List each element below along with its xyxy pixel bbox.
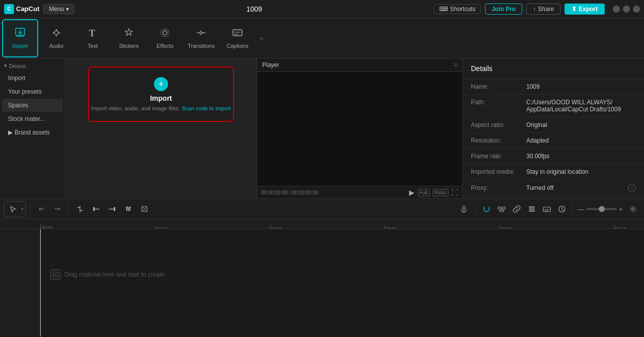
details-row-proxy: Proxy: Turned off i [463, 180, 644, 196]
close-button[interactable] [633, 6, 640, 13]
proxy-info-icon[interactable]: i [628, 184, 636, 192]
svg-rect-19 [529, 207, 535, 208]
toolbar-item-stickers[interactable]: Stickers [111, 19, 147, 57]
left-panel-item-import[interactable]: Import [2, 72, 63, 85]
svg-rect-5 [233, 30, 242, 36]
toolbar-transitions-label: Transitions [188, 43, 214, 49]
minimize-button[interactable] [613, 6, 620, 13]
details-row-imported-media: Imported media: Stay in original locatio… [463, 164, 644, 180]
shortcuts-button[interactable]: ⌨ Shortcuts [434, 4, 481, 14]
zoom-plus-icon[interactable]: + [619, 205, 623, 213]
player-header: Player ≡ [257, 58, 462, 72]
import-drop-zone[interactable]: + Import Import video, audio, and image … [88, 66, 234, 122]
mic-button[interactable] [457, 202, 471, 216]
full-label[interactable]: Full [418, 189, 430, 196]
svg-rect-18 [500, 210, 504, 212]
tl-group-button[interactable] [495, 202, 509, 216]
timeline-toolbar: ▾ ↩ ↪ [0, 199, 644, 219]
menu-label: Menu [49, 6, 64, 13]
tl-align-button[interactable] [525, 202, 539, 216]
toolbar-item-transitions[interactable]: Transitions [183, 19, 219, 57]
details-label-resolution: Resolution: [471, 137, 526, 144]
import-box-title: Import [150, 94, 172, 102]
maximize-button[interactable] [623, 6, 630, 13]
player-menu-icon[interactable]: ≡ [454, 61, 457, 69]
menu-button[interactable]: Menu ▾ [43, 4, 74, 14]
your-presets-label: Your presets [8, 88, 42, 95]
left-panel-item-stock-material[interactable]: Stock mater... [2, 112, 63, 125]
playhead [40, 229, 41, 336]
tl-separator-4 [572, 204, 573, 214]
player-time-current: 00:00:00:00 [261, 190, 288, 195]
transitions-icon [196, 27, 207, 41]
stock-material-label: Stock mater... [8, 115, 45, 122]
toolbar-item-audio[interactable]: Audio [38, 19, 74, 57]
left-panel-device-section[interactable]: ▾ Device [0, 60, 65, 71]
share-icon: ↑ [533, 6, 536, 13]
join-pro-label: Join Pro [492, 6, 516, 13]
import-box-description: Import video, audio, and image files. Sc… [91, 105, 231, 111]
svg-rect-8 [126, 207, 128, 208]
ruler-mark-6: 00:06 [384, 225, 385, 229]
toolbar-more-button[interactable]: » [256, 19, 268, 57]
crop-button[interactable] [137, 202, 151, 216]
tl-right-icons: — + [479, 202, 640, 216]
more-icon: » [260, 35, 264, 42]
select-tool-button[interactable] [6, 202, 20, 216]
fullscreen-icon[interactable]: ⛶ [451, 188, 458, 196]
export-icon: ⬆ [572, 6, 577, 13]
left-panel-item-spaces[interactable]: Spaces [2, 99, 63, 112]
tl-undo-icon[interactable] [555, 202, 569, 216]
tl-magnetic-snap-button[interactable] [479, 202, 494, 216]
toolbar-item-effects[interactable]: Effects [147, 19, 183, 57]
tl-zoom-thumb[interactable] [599, 206, 605, 212]
tl-zoom-slider[interactable] [587, 208, 617, 210]
left-panel-item-brand-assets[interactable]: ▶ Brand assets [2, 126, 63, 139]
ratio-label[interactable]: Ratio [433, 189, 448, 196]
track-labels [0, 229, 40, 336]
toolbar-item-text[interactable]: T Text [74, 19, 111, 57]
delete-button[interactable] [121, 202, 135, 216]
left-panel-item-your-presets[interactable]: Your presets [2, 85, 63, 98]
window-controls [613, 6, 640, 13]
timeline-ruler: 00:00 00:02 00:04 00:06 00:08 [0, 219, 644, 229]
share-button[interactable]: ↑ Share [526, 4, 560, 15]
trim-left-button[interactable] [89, 202, 103, 216]
join-pro-button[interactable]: Join Pro [485, 4, 522, 15]
svg-rect-15 [463, 206, 465, 210]
toolbar-item-import[interactable]: Import [2, 19, 38, 57]
tl-link-button[interactable] [510, 202, 524, 216]
drag-hint-icon [50, 269, 60, 280]
tl-settings-button[interactable] [626, 202, 640, 216]
middle-section: ▾ Device Import Your presets Spaces Stoc… [0, 58, 644, 198]
toolbar-audio-label: Audio [49, 43, 63, 49]
zoom-minus-icon[interactable]: — [578, 205, 585, 213]
export-button[interactable]: ⬆ Export [565, 4, 605, 15]
timeline-section: ▾ ↩ ↪ [0, 198, 644, 337]
details-row-aspect-ratio: Aspect ratio: Original [463, 117, 644, 133]
left-panel: ▾ Device Import Your presets Spaces Stoc… [0, 58, 65, 198]
select-tool-chevron[interactable]: ▾ [21, 207, 24, 212]
undo-button[interactable]: ↩ [34, 202, 48, 216]
captions-icon [232, 27, 243, 41]
details-value-resolution: Adapted [526, 137, 636, 144]
player-area [257, 72, 462, 186]
svg-point-24 [632, 208, 634, 210]
ruler-mark-2: 00:02 [155, 225, 155, 229]
project-title: 1009 [78, 5, 430, 13]
details-value-proxy: Turned off [526, 184, 626, 191]
svg-rect-11 [126, 208, 127, 211]
device-arrow-icon: ▾ [4, 62, 7, 69]
top-bar: C CapCut Menu ▾ 1009 ⌨ Shortcuts Join Pr… [0, 0, 644, 18]
play-button[interactable]: ▶ [409, 188, 415, 196]
redo-button[interactable]: ↪ [50, 202, 64, 216]
tl-subtitle-button[interactable] [540, 202, 554, 216]
player-controls: 00:00:00:00 / 00:00:00:00 ▶ Full Ratio ⛶ [257, 186, 462, 198]
trim-right-button[interactable] [105, 202, 119, 216]
split-button[interactable] [73, 202, 87, 216]
ruler-mark-10: 00:10 [614, 225, 614, 229]
effects-icon [159, 27, 171, 41]
toolbar-item-captions[interactable]: Captions [219, 19, 256, 57]
audio-icon [51, 27, 62, 41]
import-scan-link[interactable]: Scan code to import [182, 105, 231, 111]
